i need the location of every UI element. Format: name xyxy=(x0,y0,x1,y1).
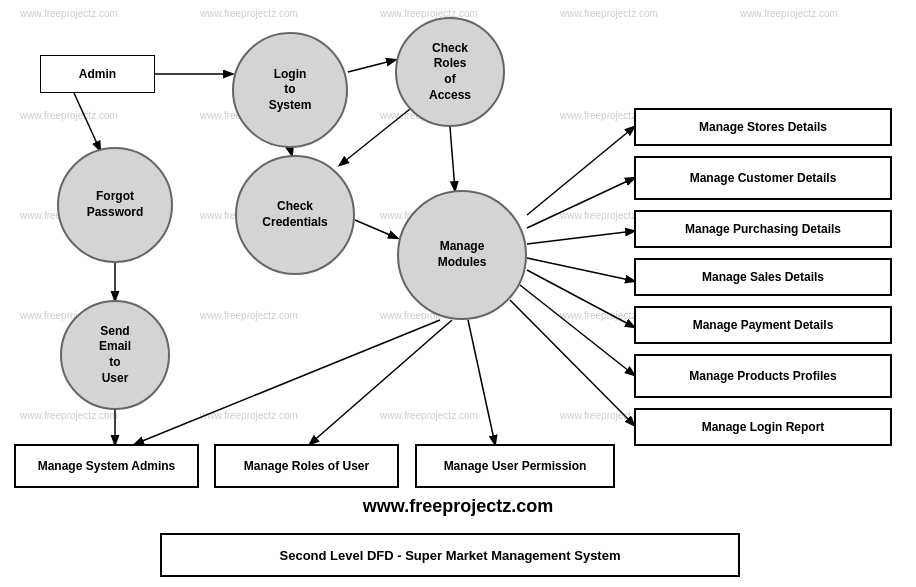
svg-line-6 xyxy=(355,220,397,238)
svg-line-16 xyxy=(310,320,452,444)
svg-line-1 xyxy=(348,60,395,72)
svg-line-4 xyxy=(74,93,100,150)
manage-system-node: Manage System Admins xyxy=(14,444,199,488)
watermark-2: www.freeprojectz.com xyxy=(200,8,298,19)
watermark-5: www.freeprojectz.com xyxy=(740,8,838,19)
manage-purchasing-node: Manage Purchasing Details xyxy=(634,210,892,248)
watermark-3: www.freeprojectz.com xyxy=(380,8,478,19)
check-roles-node: CheckRolesofAccess xyxy=(395,17,505,127)
manage-customer-node: Manage Customer Details xyxy=(634,156,892,200)
manage-payment-node: Manage Payment Details xyxy=(634,306,892,344)
watermark-1: www.freeprojectz.com xyxy=(20,8,118,19)
watermark-23: www.freeprojectz.com xyxy=(380,410,478,421)
svg-line-15 xyxy=(135,320,440,444)
admin-node: Admin xyxy=(40,55,155,93)
svg-line-7 xyxy=(340,105,415,165)
manage-sales-node: Manage Sales Details xyxy=(634,258,892,296)
footer-url: www.freeprojectz.com xyxy=(0,496,916,517)
diagram: www.freeprojectz.com www.freeprojectz.co… xyxy=(0,0,916,587)
check-credentials-node: CheckCredentials xyxy=(235,155,355,275)
svg-line-8 xyxy=(527,127,634,215)
forgot-password-node: ForgotPassword xyxy=(57,147,173,263)
svg-line-11 xyxy=(527,258,634,281)
watermark-22: www.freeprojectz.com xyxy=(200,410,298,421)
svg-line-12 xyxy=(527,270,634,327)
manage-login-node: Manage Login Report xyxy=(634,408,892,446)
manage-roles-node: Manage Roles of User xyxy=(214,444,399,488)
watermark-21: www.freeprojectz.com xyxy=(20,410,118,421)
svg-line-14 xyxy=(510,300,634,425)
manage-permission-node: Manage User Permission xyxy=(415,444,615,488)
caption-box: Second Level DFD - Super Market Manageme… xyxy=(160,533,740,577)
svg-line-2 xyxy=(450,127,455,190)
login-node: LogintoSystem xyxy=(232,32,348,148)
watermark-4: www.freeprojectz.com xyxy=(560,8,658,19)
svg-line-17 xyxy=(468,320,495,444)
svg-line-9 xyxy=(527,178,634,228)
watermark-6: www.freeprojectz.com xyxy=(20,110,118,121)
manage-modules-node: ManageModules xyxy=(397,190,527,320)
svg-line-13 xyxy=(520,285,634,375)
manage-products-node: Manage Products Profiles xyxy=(634,354,892,398)
watermark-17: www.freeprojectz.com xyxy=(200,310,298,321)
send-email-node: SendEmailtoUser xyxy=(60,300,170,410)
manage-stores-node: Manage Stores Details xyxy=(634,108,892,146)
svg-line-3 xyxy=(290,148,292,155)
svg-line-10 xyxy=(527,231,634,244)
